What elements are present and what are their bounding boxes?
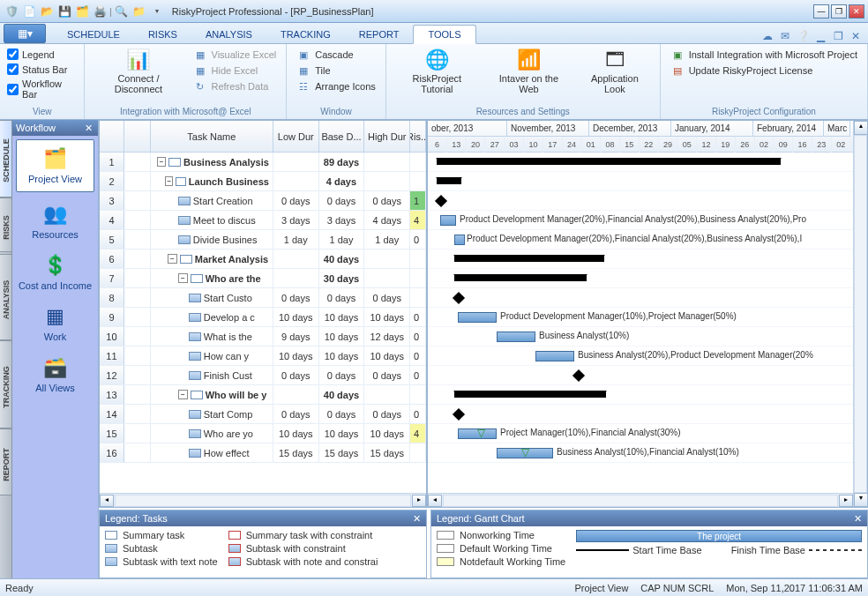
table-row[interactable]: 2 − Launch Business 4 days [100,172,426,191]
open-icon[interactable]: 📂 [39,4,55,19]
close-button[interactable]: ✕ [849,4,864,19]
table-row[interactable]: 13 − Who will be y 40 days [100,385,426,405]
table-row[interactable]: 4 Meet to discus 3 days 3 days 4 days 4 [100,211,426,230]
save-all-icon[interactable]: 🗂️ [74,4,90,19]
gantt-row[interactable] [428,288,853,308]
gantt-row[interactable]: Product Development Manager(20%),Financi… [428,230,853,250]
gantt-vscroll[interactable]: ▴▾ [853,121,867,507]
app-button[interactable]: ▦▾ [4,24,46,43]
col-lowdur[interactable]: Low Dur [273,121,319,152]
grid-hscroll[interactable]: ◂▸ [100,493,426,507]
cascade-button[interactable]: ▣Cascade [294,47,378,63]
intaver-web-button[interactable]: 📶Intaver on the Web [486,47,572,96]
tab-tracking[interactable]: TRACKING [266,26,345,43]
legend-checkbox[interactable]: Legend [7,48,77,60]
table-row[interactable]: 6 − Market Analysis 40 days [100,250,426,269]
update-license-button[interactable]: ▤Update RiskyProject License [668,63,860,78]
col-highdur[interactable]: High Dur [364,121,410,152]
workflow-item-work[interactable]: ▦Work [12,298,98,349]
gantt-row[interactable]: Business Analyst(10%),Financial Analyst(… [428,443,853,463]
gantt-row[interactable]: Product Development Manager(10%),Project… [428,308,853,327]
gantt-row[interactable]: Business Analyst(20%),Product Developmen… [428,346,853,366]
tutorial-button[interactable]: 🌐RiskProject Tutorial [393,47,481,96]
side-tab-risks[interactable]: RISKS [0,197,12,252]
gantt-row[interactable] [428,366,853,385]
arrange-icons-button[interactable]: ☷Arrange Icons [294,78,378,94]
col-risk[interactable]: Ris... [410,121,426,152]
col-rownum[interactable] [100,121,124,152]
table-row[interactable]: 5 Divide Busines 1 day 1 day 1 day 0 [100,230,426,250]
gantt-row[interactable]: Business Analyst(10%) [428,327,853,346]
task-bar[interactable] [497,332,535,342]
folder-icon[interactable]: 📁 [131,4,147,19]
gantt-row[interactable] [428,385,853,405]
app-look-button[interactable]: 🗔Application Look [577,47,653,96]
gantt-hscroll[interactable]: ◂▸ [428,493,853,507]
legend-gantt-close[interactable]: ✕ [854,513,862,525]
side-tab-tracking[interactable]: TRACKING [0,340,12,428]
save-icon[interactable]: 💾 [56,4,72,19]
gantt-row[interactable] [428,172,853,191]
col-indicator[interactable] [124,121,151,152]
hide-excel-button[interactable]: ▦Hide Excel [191,63,280,78]
workflowbar-checkbox[interactable]: Workflow Bar [7,78,77,100]
qat-dropdown-icon[interactable]: ▼ [149,4,165,19]
col-taskname[interactable]: Task Name [151,121,273,152]
side-tab-schedule[interactable]: SCHEDULE [0,120,12,197]
tab-risks[interactable]: RISKS [134,26,191,43]
table-row[interactable]: 8 Start Custo 0 days 0 days 0 days [100,288,426,308]
minimize-button[interactable]: — [813,4,829,19]
workflow-close-button[interactable]: ✕ [83,123,94,134]
gantt-row[interactable] [428,269,853,288]
zoom-icon[interactable]: 🔍 [114,4,130,19]
table-row[interactable]: 12 Finish Cust 0 days 0 days 0 days 0 [100,366,426,385]
task-bar[interactable] [458,312,497,323]
tab-schedule[interactable]: SCHEDULE [53,26,134,43]
table-row[interactable]: 10 What is the 9 days 10 days 12 days 0 [100,327,426,346]
help-icon[interactable]: ❔ [796,29,810,43]
gantt-row[interactable] [428,250,853,269]
table-row[interactable]: 3 Start Creation 0 days 0 days 0 days 1 [100,191,426,211]
collapse-icon[interactable]: − [165,176,173,186]
gantt-row[interactable]: Product Development Manager(20%),Financi… [428,211,853,230]
table-row[interactable]: 1 − Business Analysis 89 days [100,153,426,172]
connect-disconnect-button[interactable]: 📊Connect / Disconnect [92,47,184,96]
task-bar[interactable] [440,215,456,226]
workflow-item-all-views[interactable]: 🗃️All Views [12,349,98,400]
table-row[interactable]: 16 How effect 15 days 15 days 15 days [100,443,426,463]
collapse-icon[interactable]: − [178,390,188,399]
col-basedur[interactable]: Base D... [319,121,365,152]
table-row[interactable]: 15 Who are yo 10 days 10 days 10 days 4 [100,424,426,443]
table-row[interactable]: 7 − Who are the 30 days [100,269,426,288]
help-cloud-icon[interactable]: ☁ [760,29,774,43]
refresh-data-button[interactable]: ↻Refresh Data [191,78,280,94]
feedback-icon[interactable]: ✉ [778,29,792,43]
collapse-icon[interactable]: − [157,157,167,167]
gantt-row[interactable]: Project Manager(10%),Financial Analyst(3… [428,424,853,443]
task-bar[interactable] [454,235,465,245]
table-row[interactable]: 9 Develop a c 10 days 10 days 10 days 0 [100,308,426,327]
workflow-item-project-view[interactable]: 🗂️Project View [16,139,94,192]
gantt-row[interactable] [428,191,853,211]
mdi-close-icon[interactable]: ✕ [849,29,863,43]
mdi-min-icon[interactable]: ▁ [813,29,827,43]
table-row[interactable]: 11 How can y 10 days 10 days 10 days 0 [100,346,426,366]
gantt-chart[interactable]: ober, 2013November, 2013December, 2013Ja… [428,121,853,507]
workflow-item-resources[interactable]: 👥Resources [12,196,98,247]
new-icon[interactable]: 📄 [21,4,37,19]
tile-button[interactable]: ▦Tile [294,63,378,78]
visualize-excel-button[interactable]: ▦Visualize Excel [191,47,280,63]
maximize-button[interactable]: ❐ [831,4,847,19]
print-icon[interactable]: 🖨️ [92,4,108,19]
side-tab-report[interactable]: REPORT [0,428,12,495]
collapse-icon[interactable]: − [168,254,177,264]
gantt-row[interactable] [428,153,853,172]
legend-tasks-close[interactable]: ✕ [413,513,421,525]
install-integration-button[interactable]: ▣Install Integration with Microsoft Proj… [668,47,860,63]
table-row[interactable]: 14 Start Comp 0 days 0 days 0 days 0 [100,405,426,424]
side-tab-analysis[interactable]: ANALYSIS [0,254,12,340]
tab-analysis[interactable]: ANALYSIS [191,26,266,43]
workflow-item-cost-and-income[interactable]: 💲Cost and Income [12,247,98,298]
task-bar[interactable] [535,351,574,361]
collapse-icon[interactable]: − [178,273,188,283]
